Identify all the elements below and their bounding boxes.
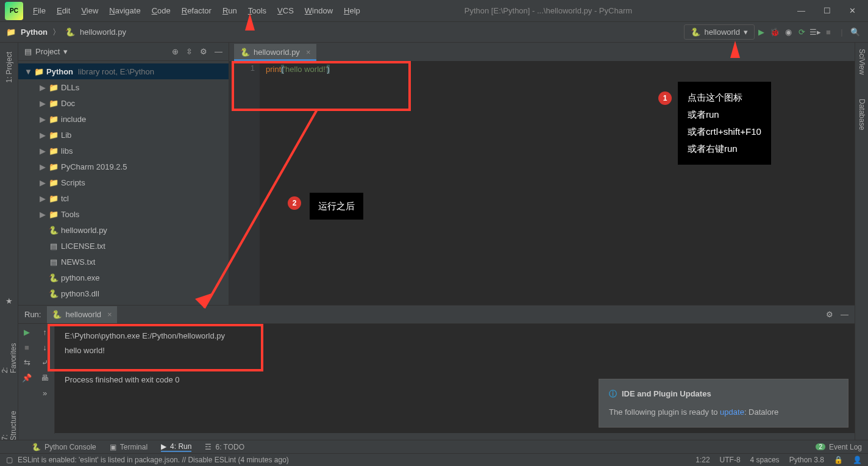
terminal-tab[interactable]: ▣Terminal	[110, 443, 148, 451]
tree-item[interactable]: 🐍helloworld.py	[18, 222, 229, 238]
indent[interactable]: 4 spaces	[750, 456, 780, 464]
tree-item[interactable]: ▶📁PyCharm 2019.2.5	[18, 159, 229, 174]
tree-item[interactable]: ▶📁DLLs	[18, 79, 229, 95]
breadcrumb-file[interactable]: helloworld.py	[80, 27, 126, 37]
pin-icon[interactable]: 📌	[22, 373, 32, 382]
tree-item[interactable]: ▶📁Scripts	[18, 174, 229, 190]
console-output[interactable]: E:\Python\python.exe E:/Python/helloworl…	[55, 324, 855, 434]
event-log-tab[interactable]: 2Event Log	[816, 443, 862, 451]
more-icon[interactable]: »	[43, 389, 47, 398]
close-run-tab-icon[interactable]: ×	[107, 310, 112, 319]
hide-icon[interactable]: —	[841, 310, 848, 319]
print-icon[interactable]: 🖶	[41, 373, 49, 382]
update-link[interactable]: update	[720, 407, 744, 417]
notification-body: The following plugin is ready to update:…	[609, 405, 838, 420]
tree-item[interactable]: 🐍python.exe	[18, 270, 229, 285]
run-label: Run:	[24, 310, 41, 319]
tree-item[interactable]: ▤LICENSE.txt	[18, 238, 229, 254]
coverage-button[interactable]: ◉	[781, 26, 795, 39]
sidetab-database[interactable]: Database	[858, 99, 866, 130]
close-tab-icon[interactable]: ×	[306, 48, 311, 57]
play-icon: ▶	[161, 442, 166, 451]
breadcrumb-project[interactable]: Python	[21, 27, 48, 37]
tree-item[interactable]: ▼📁Pythonlibrary root, E:\Python	[18, 63, 229, 79]
sidetab-sciview[interactable]: SciView	[858, 49, 866, 74]
stop-button[interactable]: ■	[822, 26, 835, 39]
menu-refactor[interactable]: Refactor	[182, 6, 212, 15]
notification-popup[interactable]: ⓘ IDE and Plugin Updates The following p…	[599, 379, 848, 428]
tree-item[interactable]: 🐍python3.dll	[18, 285, 229, 301]
lock-icon[interactable]: 🔒	[834, 456, 843, 464]
maximize-button[interactable]: ☐	[824, 6, 831, 15]
terminal-icon: ▣	[110, 443, 116, 451]
editor[interactable]: 1 print('hello world!')	[229, 61, 868, 305]
annotation-callout-1: 点击这个图标 或者run 或者crtl+shift+F10 或者右键run	[678, 82, 771, 165]
project-tree[interactable]: ▼📁Pythonlibrary root, E:\Python▶📁DLLs▶📁D…	[18, 61, 229, 305]
run-body: ▶ ■ ⇆ 📌 ↑ ↓ ⤶ 🖶 » E:\Python\python.exe E…	[18, 324, 855, 434]
menu-view[interactable]: View	[81, 6, 98, 15]
collapse-all-icon[interactable]: ⇳	[186, 47, 193, 56]
wrap-icon[interactable]: ⤶	[41, 358, 48, 367]
hide-icon[interactable]: —	[215, 47, 222, 56]
python-console-tab[interactable]: 🐍Python Console	[32, 443, 96, 451]
interpreter[interactable]: Python 3.8	[789, 456, 824, 464]
editor-tab-helloworld[interactable]: 🐍 helloworld.py ×	[234, 44, 316, 61]
profile-button[interactable]: ⟳	[795, 26, 808, 39]
run-header: Run: 🐍 helloworld × ⚙ —	[18, 306, 855, 324]
gear-icon[interactable]: ⚙	[200, 47, 207, 56]
concurrency-button[interactable]: ☰▸	[808, 26, 822, 39]
menu-code[interactable]: Code	[152, 6, 171, 15]
encoding[interactable]: UTF-8	[720, 456, 741, 464]
tree-item[interactable]: ▶📁Lib	[18, 127, 229, 143]
run-button[interactable]: ▶	[755, 26, 768, 39]
sidetab-structure[interactable]: 7: Structure	[1, 404, 18, 440]
project-header: ▤ Project ▾ ⊕ ⇳ ⚙ —	[18, 43, 229, 61]
menu-navigate[interactable]: Navigate	[109, 6, 140, 15]
locate-icon[interactable]: ⊕	[172, 47, 179, 56]
caret-position[interactable]: 1:22	[695, 456, 710, 464]
tree-item[interactable]: ▶📁include	[18, 111, 229, 127]
console-line: hello world!	[65, 343, 845, 358]
tree-item[interactable]: ▶📁libs	[18, 143, 229, 159]
up-icon[interactable]: ↑	[43, 328, 47, 337]
badge: 2	[816, 443, 825, 450]
menu-run[interactable]: Run	[222, 6, 237, 15]
bottom-tool-stripe: 🐍Python Console ▣Terminal ▶4: Run ☲6: TO…	[0, 440, 868, 453]
stop-icon[interactable]: ■	[24, 343, 29, 352]
menu-file[interactable]: File	[33, 6, 46, 15]
python-icon: 🐍	[691, 27, 700, 37]
breadcrumb-separator: 〉	[52, 27, 60, 38]
python-file-icon: 🐍	[65, 27, 75, 37]
menu-edit[interactable]: Edit	[57, 6, 70, 15]
minimize-button[interactable]: —	[797, 6, 805, 15]
breadcrumb: 📁 Python 〉 🐍 helloworld.py	[6, 27, 126, 38]
sidetab-project[interactable]: 1: Project	[5, 52, 13, 83]
search-everywhere-button[interactable]: 🔍	[848, 26, 862, 39]
run-tab-bottom[interactable]: ▶4: Run	[161, 442, 191, 452]
tree-item[interactable]: ▤NEWS.txt	[18, 254, 229, 270]
layout-icon[interactable]: ⇆	[24, 358, 30, 367]
project-title[interactable]: Project	[35, 47, 60, 56]
debug-button[interactable]: 🐞	[768, 26, 781, 39]
tree-item[interactable]: ▶📁Doc	[18, 95, 229, 111]
inspections-icon[interactable]: 👤	[853, 456, 862, 464]
run-config-name: helloworld	[704, 27, 740, 37]
run-tab[interactable]: 🐍 helloworld ×	[47, 306, 116, 323]
run-config-selector[interactable]: 🐍 helloworld ▾	[684, 24, 755, 40]
menu-tools[interactable]: Tools	[248, 6, 266, 15]
tab-label: helloworld.py	[254, 48, 300, 57]
todo-tab[interactable]: ☲6: TODO	[205, 443, 244, 451]
rerun-icon[interactable]: ▶	[24, 328, 30, 337]
project-tool-window: ▤ Project ▾ ⊕ ⇳ ⚙ — ▼📁Pythonlibrary root…	[18, 43, 229, 305]
sidetab-favorites[interactable]: 2: Favorites	[1, 336, 18, 373]
tool-window-button[interactable]: ▢	[6, 456, 13, 464]
down-icon[interactable]: ↓	[43, 343, 47, 352]
tree-item[interactable]: ▶📁tcl	[18, 190, 229, 206]
close-button[interactable]: ✕	[849, 6, 856, 15]
titlebar: PC FileEditViewNavigateCodeRefactorRunTo…	[0, 0, 868, 22]
chevron-down-icon: ▾	[63, 47, 68, 56]
run-tool-window: Run: 🐍 helloworld × ⚙ — ▶ ■ ⇆ 📌 ↑ ↓ ⤶ 🖶 …	[18, 305, 855, 433]
gear-icon[interactable]: ⚙	[826, 310, 833, 319]
menu-vcs[interactable]: VCS	[277, 6, 294, 15]
tree-item[interactable]: ▶📁Tools	[18, 206, 229, 222]
